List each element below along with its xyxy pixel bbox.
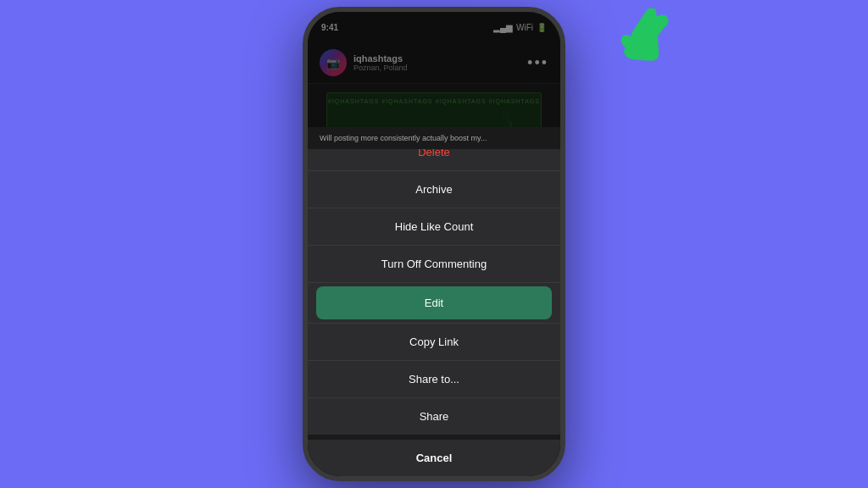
share-action[interactable]: Share <box>308 398 560 435</box>
action-sheet: Delete Archive Hide Like Count Turn Off … <box>308 134 560 435</box>
archive-action[interactable]: Archive <box>308 171 560 208</box>
copy-link-action[interactable]: Copy Link <box>308 324 560 361</box>
annotation-arrow <box>605 8 673 76</box>
share-to-action[interactable]: Share to... <box>308 361 560 398</box>
turn-off-commenting-action[interactable]: Turn Off Commenting <box>308 246 560 283</box>
edit-wrapper: Edit <box>308 283 560 324</box>
partial-post-text: Will posting more consistently actually … <box>308 127 560 149</box>
cancel-button[interactable]: Cancel <box>308 435 560 476</box>
phone-frame: 9:41 ▂▄▆ WiFi 🔋 📷 iqhashtags Poznan, Pol… <box>303 7 565 481</box>
action-sheet-overlay: Will posting more consistently actually … <box>308 12 560 476</box>
edit-action[interactable]: Edit <box>316 286 552 319</box>
hide-like-count-action[interactable]: Hide Like Count <box>308 208 560 246</box>
